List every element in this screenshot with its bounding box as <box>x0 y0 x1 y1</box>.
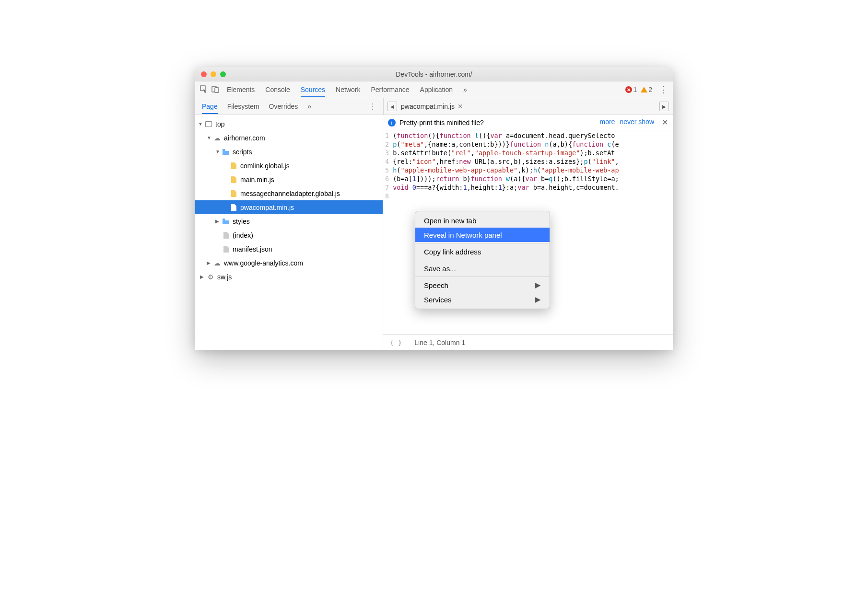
warning-icon <box>641 87 647 92</box>
sidebar-tab-filesystem[interactable]: Filesystem <box>227 103 259 110</box>
tree-file[interactable]: comlink.global.js <box>195 159 383 173</box>
sidebar-tab-page[interactable]: Page <box>202 103 218 114</box>
line-gutter: 12345678 <box>383 130 393 334</box>
frame-icon <box>205 121 212 127</box>
close-file-icon[interactable]: ✕ <box>457 103 463 110</box>
traffic-lights <box>201 71 226 77</box>
more-tabs-icon[interactable]: » <box>463 86 467 93</box>
folder-icon <box>222 218 230 225</box>
tree-file[interactable]: messagechanneladapter.global.js <box>195 186 383 200</box>
context-menu-item[interactable]: Reveal in Network panel <box>415 228 550 242</box>
context-menu: Open in new tabReveal in Network panelCo… <box>415 211 550 309</box>
sidebar-more-icon[interactable]: » <box>307 103 311 110</box>
sub-toolbar: Page Filesystem Overrides » ⋮ ◀ pwacompa… <box>195 98 673 115</box>
banner-never-link[interactable]: never show <box>620 118 654 127</box>
titlebar: DevTools - airhorner.com/ <box>195 67 673 81</box>
gear-icon: ⚙ <box>207 274 214 280</box>
file-tree-panel: ▼top ▼☁airhorner.com ▼ scripts comlink.g… <box>195 115 383 350</box>
tree-file-selected[interactable]: pwacompat.min.js <box>195 200 383 214</box>
tree-styles-folder[interactable]: ▶styles <box>195 214 383 228</box>
banner-close-icon[interactable]: ✕ <box>662 118 668 127</box>
error-count: 1 <box>633 86 637 93</box>
tree-ga-domain[interactable]: ▶☁www.google-analytics.com <box>195 256 383 270</box>
cloud-icon: ☁ <box>213 135 221 141</box>
tree-scripts-folder[interactable]: ▼ scripts <box>195 145 383 159</box>
close-window-icon[interactable] <box>201 71 207 77</box>
pretty-print-banner: i Pretty-print this minified file? more … <box>383 115 673 130</box>
editor-footer: { } Line 1, Column 1 <box>383 334 673 350</box>
file-icon <box>230 204 237 211</box>
info-icon: i <box>388 119 396 127</box>
file-icon <box>222 232 230 239</box>
device-icon[interactable] <box>211 85 219 94</box>
menu-dots-icon[interactable]: ⋮ <box>659 84 668 95</box>
panel-tabs: Elements Console Sources Network Perform… <box>227 86 467 94</box>
file-icon <box>222 246 230 253</box>
tab-elements[interactable]: Elements <box>227 86 255 93</box>
main-toolbar: Elements Console Sources Network Perform… <box>195 81 673 98</box>
status-counters[interactable]: ✕1 2 <box>625 86 652 93</box>
banner-more-link[interactable]: more <box>600 118 615 127</box>
minimize-window-icon[interactable] <box>211 71 216 77</box>
tab-application[interactable]: Application <box>420 86 453 93</box>
context-menu-item[interactable]: Copy link address <box>415 244 550 259</box>
tree-index[interactable]: (index) <box>195 228 383 242</box>
context-menu-item[interactable]: Open in new tab <box>415 213 550 228</box>
devtools-window: DevTools - airhorner.com/ Elements Conso… <box>195 67 673 350</box>
error-icon: ✕ <box>625 86 632 93</box>
braces-icon[interactable]: { } <box>390 339 402 346</box>
folder-icon <box>222 149 230 155</box>
cursor-position: Line 1, Column 1 <box>414 339 465 346</box>
inspect-icon[interactable] <box>200 85 208 94</box>
sidebar-menu-icon[interactable]: ⋮ <box>369 102 376 111</box>
cloud-icon: ☁ <box>213 260 221 266</box>
window-title: DevTools - airhorner.com/ <box>195 70 673 78</box>
tab-sources[interactable]: Sources <box>301 86 325 97</box>
tab-network[interactable]: Network <box>336 86 360 93</box>
tree-manifest[interactable]: manifest.json <box>195 242 383 256</box>
banner-text: Pretty-print this minified file? <box>399 119 484 127</box>
nav-back-button[interactable]: ◀ <box>387 102 397 111</box>
tree-domain[interactable]: ▼☁airhorner.com <box>195 131 383 145</box>
tab-performance[interactable]: Performance <box>371 86 409 93</box>
tree-sw[interactable]: ▶⚙sw.js <box>195 270 383 284</box>
open-file-tab[interactable]: pwacompat.min.js ✕ <box>401 103 463 110</box>
file-icon <box>230 162 237 169</box>
tree-file[interactable]: main.min.js <box>195 173 383 186</box>
tree-top[interactable]: ▼top <box>195 117 383 131</box>
context-menu-item[interactable]: Save as... <box>415 261 550 276</box>
context-menu-item[interactable]: Speech▶ <box>415 278 550 292</box>
file-icon <box>230 176 237 183</box>
sidebar-tab-overrides[interactable]: Overrides <box>269 103 298 110</box>
maximize-window-icon[interactable] <box>220 71 226 77</box>
open-file-label: pwacompat.min.js <box>401 103 455 110</box>
file-icon <box>230 190 237 197</box>
context-menu-item[interactable]: Services▶ <box>415 292 550 307</box>
svg-rect-2 <box>215 88 219 92</box>
nav-fwd-button[interactable]: ▶ <box>659 102 669 111</box>
tab-console[interactable]: Console <box>265 86 290 93</box>
warning-count: 2 <box>648 86 652 93</box>
